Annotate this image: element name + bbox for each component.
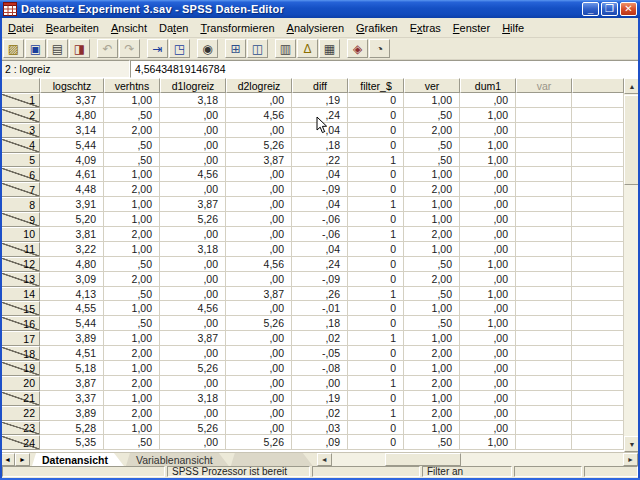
tab-datenansicht[interactable]: Datenansicht (32, 453, 124, 466)
tab-scroll-left-icon[interactable]: ◄ (0, 453, 15, 466)
cell[interactable] (516, 316, 572, 331)
cell[interactable]: 3,87 (160, 331, 226, 346)
menu-item-hilfe[interactable]: Hilfe (496, 20, 530, 36)
cell[interactable]: -,09 (292, 182, 348, 197)
cell[interactable]: 0 (348, 123, 404, 138)
cell[interactable]: ,00 (460, 361, 516, 376)
cell[interactable]: 5,18 (40, 361, 104, 376)
cell[interactable]: 2,00 (104, 346, 160, 361)
cell[interactable]: ,00 (226, 406, 292, 421)
cell[interactable]: ,50 (104, 153, 160, 168)
cell[interactable]: 3,09 (40, 272, 104, 287)
cell[interactable]: 1,00 (104, 197, 160, 212)
cell[interactable]: 3,18 (160, 391, 226, 406)
open-file-button[interactable]: ▨ (3, 39, 24, 58)
cell[interactable] (516, 331, 572, 346)
cell[interactable]: 5,44 (40, 316, 104, 331)
cell[interactable]: 3,81 (40, 227, 104, 242)
cell[interactable]: ,26 (292, 287, 348, 302)
cell[interactable]: ,00 (160, 153, 226, 168)
menu-item-fenster[interactable]: Fenster (447, 20, 496, 36)
cell[interactable]: 3,87 (226, 153, 292, 168)
cell[interactable]: 0 (348, 167, 404, 182)
row-header[interactable]: 14 (0, 287, 40, 302)
row-header[interactable]: 2 (0, 108, 40, 123)
cell[interactable]: 0 (348, 138, 404, 153)
horizontal-scrollbar[interactable]: ◄ ► (317, 453, 640, 467)
cell[interactable]: 2,00 (104, 376, 160, 391)
cell[interactable] (516, 257, 572, 272)
cell[interactable]: ,00 (160, 257, 226, 272)
cell[interactable]: ,50 (104, 257, 160, 272)
row-header[interactable]: 24 (0, 435, 40, 450)
cell[interactable] (516, 227, 572, 242)
cell[interactable]: 4,51 (40, 346, 104, 361)
row-header[interactable]: 1 (0, 93, 40, 108)
cell[interactable]: ,04 (292, 197, 348, 212)
cell[interactable]: 1,00 (404, 301, 460, 316)
cell[interactable] (516, 435, 572, 450)
cell[interactable]: ,00 (226, 361, 292, 376)
cell[interactable]: 2,00 (404, 346, 460, 361)
cell[interactable]: 4,13 (40, 287, 104, 302)
cell[interactable]: ,00 (460, 93, 516, 108)
cell[interactable]: ,00 (226, 197, 292, 212)
cell[interactable]: 1 (348, 331, 404, 346)
cell[interactable]: ,02 (292, 331, 348, 346)
cell[interactable]: 1,00 (460, 435, 516, 450)
cell[interactable]: ,00 (226, 376, 292, 391)
cell[interactable]: ,50 (404, 435, 460, 450)
cell[interactable]: ,03 (292, 421, 348, 436)
cell[interactable]: 1,00 (104, 167, 160, 182)
cell[interactable]: ,50 (404, 287, 460, 302)
dialog-recall-button[interactable]: ◨ (69, 39, 90, 58)
cell[interactable]: 1,00 (104, 391, 160, 406)
cell[interactable]: ,19 (292, 93, 348, 108)
cell[interactable] (516, 391, 572, 406)
split-file-button[interactable]: ▥ (275, 39, 296, 58)
cell[interactable]: 5,26 (226, 435, 292, 450)
cell[interactable]: 3,14 (40, 123, 104, 138)
use-sets-button[interactable]: ◔ (369, 39, 390, 58)
cell[interactable]: 2,00 (104, 406, 160, 421)
cell[interactable] (516, 242, 572, 257)
cell[interactable]: 1,00 (460, 287, 516, 302)
cell[interactable] (516, 167, 572, 182)
cell[interactable]: ,18 (292, 316, 348, 331)
row-header[interactable]: 17 (0, 331, 40, 346)
cell[interactable]: ,00 (226, 242, 292, 257)
cell[interactable]: ,50 (104, 138, 160, 153)
menu-item-grafiken[interactable]: Grafiken (350, 20, 404, 36)
cell[interactable]: ,00 (160, 435, 226, 450)
cell[interactable]: ,00 (160, 108, 226, 123)
print-button[interactable]: ▤ (47, 39, 68, 58)
horizontal-scroll-thumb[interactable] (385, 453, 461, 466)
cell[interactable] (516, 287, 572, 302)
cell[interactable]: ,00 (226, 93, 292, 108)
cell[interactable]: -,08 (292, 361, 348, 376)
cell[interactable]: 3,22 (40, 242, 104, 257)
insert-cases-button[interactable]: ⊞ (225, 39, 246, 58)
weight-cases-button[interactable]: Δ (297, 39, 318, 58)
cell[interactable]: 2,00 (404, 227, 460, 242)
cell[interactable]: 2,00 (404, 376, 460, 391)
cell[interactable] (516, 138, 572, 153)
cell[interactable]: 1 (348, 153, 404, 168)
cell[interactable]: 5,20 (40, 212, 104, 227)
cell[interactable] (516, 376, 572, 391)
cell[interactable]: ,00 (160, 123, 226, 138)
cell[interactable]: ,50 (404, 316, 460, 331)
cell[interactable]: ,00 (460, 182, 516, 197)
column-header-d2logreiz[interactable]: d2logreiz (226, 78, 292, 93)
cell[interactable]: 2,00 (104, 272, 160, 287)
cell[interactable]: 3,18 (160, 242, 226, 257)
cell[interactable]: ,00 (460, 331, 516, 346)
cell[interactable]: 5,26 (226, 138, 292, 153)
cell[interactable]: 0 (348, 301, 404, 316)
cell[interactable]: 0 (348, 182, 404, 197)
cell[interactable]: ,22 (292, 153, 348, 168)
cell[interactable]: ,00 (460, 406, 516, 421)
cell[interactable]: 1 (348, 406, 404, 421)
row-header[interactable]: 15 (0, 301, 40, 316)
cell[interactable] (516, 212, 572, 227)
